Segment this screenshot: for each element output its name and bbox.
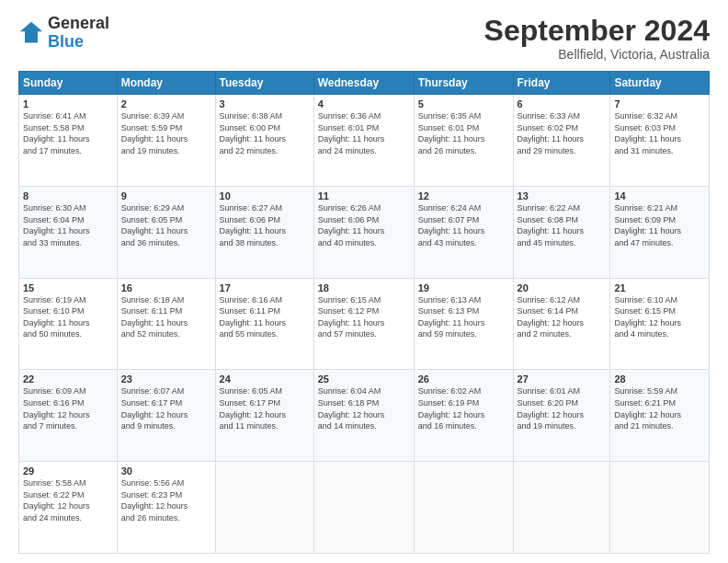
day-number: 16	[121, 282, 211, 293]
logo-text: General Blue	[48, 15, 109, 52]
page: General Blue September 2024 Bellfield, V…	[0, 0, 728, 563]
day-number: 24	[220, 373, 310, 385]
day-number: 18	[318, 282, 410, 293]
day-number: 28	[614, 373, 705, 385]
day-number: 12	[418, 190, 509, 201]
calendar-cell: 24Sunrise: 6:05 AM Sunset: 6:17 PM Dayli…	[215, 370, 313, 462]
day-number: 9	[121, 190, 211, 201]
day-number: 1	[23, 98, 113, 109]
calendar-cell: 27Sunrise: 6:01 AM Sunset: 6:20 PM Dayli…	[513, 370, 610, 462]
day-info: Sunrise: 6:10 AM Sunset: 6:15 PM Dayligh…	[614, 294, 705, 340]
day-number: 14	[614, 190, 705, 201]
day-info: Sunrise: 6:30 AM Sunset: 6:04 PM Dayligh…	[23, 202, 113, 248]
day-info: Sunrise: 6:12 AM Sunset: 6:14 PM Dayligh…	[518, 294, 607, 340]
calendar-cell: 1Sunrise: 6:41 AM Sunset: 5:58 PM Daylig…	[19, 95, 118, 187]
calendar-cell: 13Sunrise: 6:22 AM Sunset: 6:08 PM Dayli…	[513, 186, 610, 278]
day-info: Sunrise: 6:13 AM Sunset: 6:13 PM Dayligh…	[418, 294, 509, 340]
day-info: Sunrise: 6:09 AM Sunset: 6:16 PM Dayligh…	[23, 385, 113, 431]
day-info: Sunrise: 6:01 AM Sunset: 6:20 PM Dayligh…	[518, 385, 607, 431]
day-info: Sunrise: 6:05 AM Sunset: 6:17 PM Dayligh…	[220, 385, 310, 431]
calendar-cell: 2Sunrise: 6:39 AM Sunset: 5:59 PM Daylig…	[117, 95, 215, 187]
day-number: 22	[23, 373, 113, 385]
week-row-5: 29Sunrise: 5:58 AM Sunset: 6:22 PM Dayli…	[19, 462, 710, 554]
day-info: Sunrise: 6:36 AM Sunset: 6:01 PM Dayligh…	[318, 110, 410, 156]
calendar-cell	[215, 462, 313, 554]
day-info: Sunrise: 6:07 AM Sunset: 6:17 PM Dayligh…	[121, 385, 211, 431]
day-info: Sunrise: 6:02 AM Sunset: 6:19 PM Dayligh…	[418, 385, 509, 431]
calendar-cell: 4Sunrise: 6:36 AM Sunset: 6:01 PM Daylig…	[313, 95, 414, 187]
weekday-header-row: SundayMondayTuesdayWednesdayThursdayFrid…	[19, 72, 710, 95]
day-number: 10	[220, 190, 310, 201]
calendar-cell: 9Sunrise: 6:29 AM Sunset: 6:05 PM Daylig…	[117, 186, 215, 278]
day-number: 15	[23, 282, 113, 293]
day-number: 19	[418, 282, 509, 293]
calendar-cell: 12Sunrise: 6:24 AM Sunset: 6:07 PM Dayli…	[414, 186, 513, 278]
week-row-3: 15Sunrise: 6:19 AM Sunset: 6:10 PM Dayli…	[19, 278, 710, 370]
calendar-cell	[313, 462, 414, 554]
weekday-header-sunday: Sunday	[19, 72, 118, 95]
calendar-cell: 16Sunrise: 6:18 AM Sunset: 6:11 PM Dayli…	[117, 278, 215, 370]
day-info: Sunrise: 6:39 AM Sunset: 5:59 PM Dayligh…	[121, 110, 211, 156]
week-row-2: 8Sunrise: 6:30 AM Sunset: 6:04 PM Daylig…	[19, 186, 710, 278]
day-info: Sunrise: 6:16 AM Sunset: 6:11 PM Dayligh…	[220, 294, 310, 340]
day-info: Sunrise: 6:41 AM Sunset: 5:58 PM Dayligh…	[23, 110, 113, 156]
weekday-header-wednesday: Wednesday	[313, 72, 414, 95]
day-info: Sunrise: 5:56 AM Sunset: 6:23 PM Dayligh…	[121, 477, 211, 523]
calendar-cell: 29Sunrise: 5:58 AM Sunset: 6:22 PM Dayli…	[19, 462, 118, 554]
weekday-header-thursday: Thursday	[414, 72, 513, 95]
calendar-cell	[610, 462, 710, 554]
calendar-cell: 6Sunrise: 6:33 AM Sunset: 6:02 PM Daylig…	[513, 95, 610, 187]
calendar-cell: 19Sunrise: 6:13 AM Sunset: 6:13 PM Dayli…	[414, 278, 513, 370]
title-block: September 2024 Bellfield, Victoria, Aust…	[484, 15, 710, 62]
day-info: Sunrise: 5:58 AM Sunset: 6:22 PM Dayligh…	[23, 477, 113, 523]
day-info: Sunrise: 6:27 AM Sunset: 6:06 PM Dayligh…	[220, 202, 310, 248]
calendar-cell: 23Sunrise: 6:07 AM Sunset: 6:17 PM Dayli…	[117, 370, 215, 462]
day-info: Sunrise: 6:04 AM Sunset: 6:18 PM Dayligh…	[318, 385, 410, 431]
day-info: Sunrise: 6:38 AM Sunset: 6:00 PM Dayligh…	[220, 110, 310, 156]
day-info: Sunrise: 6:18 AM Sunset: 6:11 PM Dayligh…	[121, 294, 211, 340]
day-number: 13	[518, 190, 607, 201]
location: Bellfield, Victoria, Australia	[484, 47, 710, 62]
day-number: 26	[418, 373, 509, 385]
day-number: 30	[121, 465, 211, 477]
day-info: Sunrise: 5:59 AM Sunset: 6:21 PM Dayligh…	[614, 385, 705, 431]
day-number: 20	[518, 282, 607, 293]
day-info: Sunrise: 6:29 AM Sunset: 6:05 PM Dayligh…	[121, 202, 211, 248]
calendar-cell: 15Sunrise: 6:19 AM Sunset: 6:10 PM Dayli…	[19, 278, 118, 370]
calendar-cell: 18Sunrise: 6:15 AM Sunset: 6:12 PM Dayli…	[313, 278, 414, 370]
day-number: 25	[318, 373, 410, 385]
weekday-header-friday: Friday	[513, 72, 610, 95]
logo-icon	[18, 20, 44, 46]
calendar-cell: 20Sunrise: 6:12 AM Sunset: 6:14 PM Dayli…	[513, 278, 610, 370]
day-info: Sunrise: 6:35 AM Sunset: 6:01 PM Dayligh…	[418, 110, 509, 156]
day-number: 29	[23, 465, 113, 477]
logo: General Blue	[18, 15, 109, 52]
calendar-cell: 8Sunrise: 6:30 AM Sunset: 6:04 PM Daylig…	[19, 186, 118, 278]
calendar-cell: 30Sunrise: 5:56 AM Sunset: 6:23 PM Dayli…	[117, 462, 215, 554]
weekday-header-tuesday: Tuesday	[215, 72, 313, 95]
calendar-cell: 10Sunrise: 6:27 AM Sunset: 6:06 PM Dayli…	[215, 186, 313, 278]
day-number: 27	[518, 373, 607, 385]
calendar-cell: 26Sunrise: 6:02 AM Sunset: 6:19 PM Dayli…	[414, 370, 513, 462]
day-number: 11	[318, 190, 410, 201]
weekday-header-saturday: Saturday	[610, 72, 710, 95]
week-row-1: 1Sunrise: 6:41 AM Sunset: 5:58 PM Daylig…	[19, 95, 710, 187]
calendar-cell: 28Sunrise: 5:59 AM Sunset: 6:21 PM Dayli…	[610, 370, 710, 462]
day-info: Sunrise: 6:19 AM Sunset: 6:10 PM Dayligh…	[23, 294, 113, 340]
calendar-cell: 5Sunrise: 6:35 AM Sunset: 6:01 PM Daylig…	[414, 95, 513, 187]
svg-marker-0	[20, 22, 43, 43]
day-info: Sunrise: 6:32 AM Sunset: 6:03 PM Dayligh…	[614, 110, 705, 156]
calendar-cell: 3Sunrise: 6:38 AM Sunset: 6:00 PM Daylig…	[215, 95, 313, 187]
calendar-cell	[513, 462, 610, 554]
calendar: SundayMondayTuesdayWednesdayThursdayFrid…	[18, 71, 710, 554]
day-info: Sunrise: 6:22 AM Sunset: 6:08 PM Dayligh…	[518, 202, 607, 248]
calendar-cell: 17Sunrise: 6:16 AM Sunset: 6:11 PM Dayli…	[215, 278, 313, 370]
header: General Blue September 2024 Bellfield, V…	[18, 15, 710, 62]
calendar-cell: 11Sunrise: 6:26 AM Sunset: 6:06 PM Dayli…	[313, 186, 414, 278]
calendar-cell: 25Sunrise: 6:04 AM Sunset: 6:18 PM Dayli…	[313, 370, 414, 462]
week-row-4: 22Sunrise: 6:09 AM Sunset: 6:16 PM Dayli…	[19, 370, 710, 462]
calendar-cell: 22Sunrise: 6:09 AM Sunset: 6:16 PM Dayli…	[19, 370, 118, 462]
day-number: 7	[614, 98, 705, 109]
day-number: 2	[121, 98, 211, 109]
day-number: 8	[23, 190, 113, 201]
